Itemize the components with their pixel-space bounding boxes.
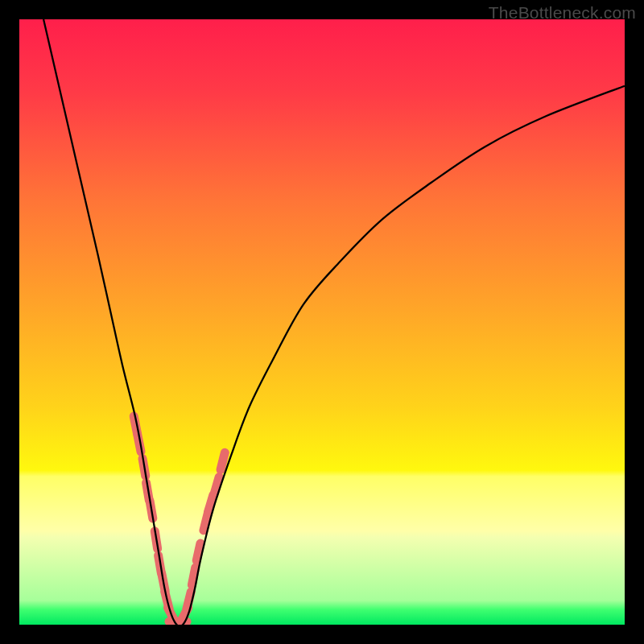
watermark-text: TheBottleneck.com <box>489 3 636 23</box>
plot-area <box>19 19 625 625</box>
bottleneck-curve <box>43 19 625 625</box>
accent-spot <box>221 452 225 469</box>
chart-frame: TheBottleneck.com <box>0 0 644 644</box>
accent-spot <box>196 543 200 560</box>
curve-layer <box>19 19 625 625</box>
accent-spots-group <box>134 416 225 623</box>
accent-spot <box>192 568 195 585</box>
